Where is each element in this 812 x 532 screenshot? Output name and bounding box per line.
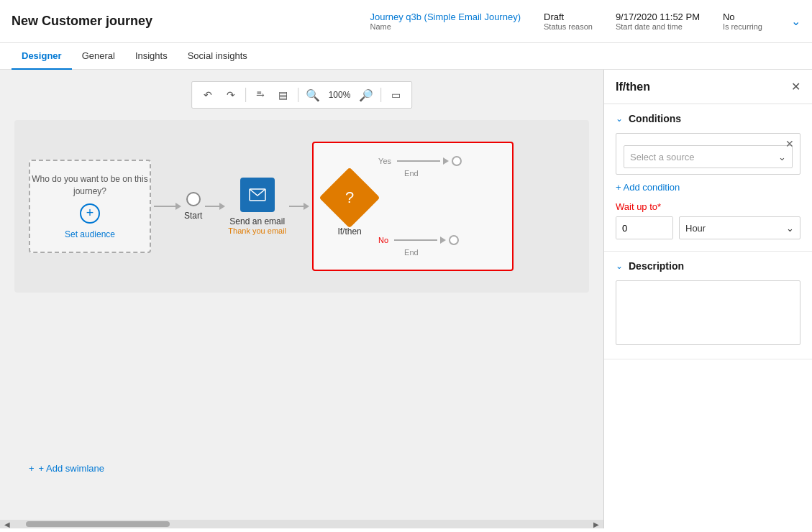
start-node[interactable]	[186, 192, 201, 206]
connector-3	[289, 203, 309, 210]
description-body	[604, 280, 812, 359]
swimlane: Who do you want to be on this journey? +…	[14, 120, 589, 293]
question-icon: ?	[345, 188, 354, 207]
yes-line	[397, 160, 440, 162]
conditions-body: ✕ Select a source ⌄ + Add condition Wait…	[604, 133, 812, 251]
add-swimlane-button[interactable]: + + Add swimlane	[29, 463, 104, 474]
tab-general[interactable]: General	[72, 43, 125, 70]
start-node-wrapper: Start	[184, 192, 202, 221]
connector-1	[154, 203, 181, 210]
status-reason-field: Draft Status reason	[544, 12, 593, 31]
email-node-wrapper: Send an email Thank you email	[228, 178, 286, 235]
tab-social-insights[interactable]: Social insights	[178, 43, 257, 70]
no-label: No	[378, 236, 388, 244]
tab-designer[interactable]: Designer	[12, 43, 72, 70]
panel-title: If/then	[616, 81, 650, 93]
add-swimlane-label: + Add swimlane	[39, 463, 104, 474]
select-source-placeholder: Select a source	[630, 152, 695, 162]
header-expand-icon[interactable]: ⌄	[791, 14, 800, 28]
email-label: Send an email	[229, 216, 285, 226]
canvas-content: Who do you want to be on this journey? +…	[14, 120, 589, 485]
top-header: New Customer journey Journey q3b (Simple…	[0, 0, 812, 43]
diamond-wrapper: ? If/then	[328, 176, 371, 237]
email-sublabel: Thank you email	[228, 226, 286, 235]
canvas-scrollbar[interactable]: ◀ ▶	[0, 520, 603, 528]
ifthen-label: If/then	[337, 226, 361, 237]
yes-end-label: End	[404, 169, 419, 178]
diamond-node[interactable]: ?	[319, 168, 380, 229]
panel-close-button[interactable]: ✕	[791, 80, 800, 93]
journey-name-label: Name	[370, 22, 391, 31]
description-chevron-icon: ⌄	[616, 261, 623, 271]
wait-unit-chevron-icon: ⌄	[786, 223, 794, 234]
header-meta: Journey q3b (Simple Email Journey) Name …	[370, 12, 800, 31]
select-source-chevron-icon: ⌄	[778, 152, 786, 162]
undo-button[interactable]: ↶	[198, 85, 218, 105]
wait-number-field: ▲ ▼	[616, 216, 673, 239]
no-end-label: End	[404, 248, 419, 257]
start-label: Start	[184, 211, 202, 221]
ifthen-container[interactable]: ? If/then Yes	[312, 142, 514, 271]
is-recurring-label: Is recurring	[723, 22, 762, 31]
tab-insights[interactable]: Insights	[125, 43, 178, 70]
expand-button[interactable]: ⥱	[250, 85, 270, 105]
description-textarea[interactable]	[616, 280, 800, 345]
is-recurring-value: No	[723, 12, 735, 22]
yes-branch-row: Yes	[378, 156, 462, 166]
email-node[interactable]	[240, 178, 275, 212]
yes-end-node	[452, 156, 462, 166]
no-branch-row: No	[378, 235, 459, 245]
condition-box: ✕ Select a source ⌄	[616, 133, 800, 175]
journey-name-field: Journey q3b (Simple Email Journey) Name	[370, 12, 521, 31]
zoom-level: 100%	[326, 90, 354, 100]
main-layout: ↶ ↷ ⥱ ▤ 🔍 100% 🔎 ▭ Who do you want to be…	[0, 70, 812, 528]
wait-unit-value: Hour	[685, 223, 706, 234]
select-source-dropdown[interactable]: Select a source ⌄	[624, 145, 793, 168]
toolbar-divider-3	[380, 88, 381, 102]
page-title: New Customer journey	[12, 14, 152, 29]
set-audience-plus-icon[interactable]: +	[80, 203, 100, 224]
start-date-label: Start date and time	[616, 22, 683, 31]
scroll-left-arrow[interactable]: ◀	[3, 520, 12, 528]
set-audience-box[interactable]: Who do you want to be on this journey? +…	[29, 160, 151, 253]
no-end-node	[449, 235, 459, 245]
toolbar-divider-1	[245, 88, 246, 102]
wait-unit-dropdown[interactable]: Hour ⌄	[679, 216, 800, 239]
set-audience-text: Who do you want to be on this journey?	[30, 173, 150, 198]
journey-name-value: Journey q3b (Simple Email Journey)	[370, 12, 521, 22]
conditions-chevron-icon: ⌄	[616, 114, 623, 124]
right-panel: If/then ✕ ⌄ Conditions ✕ Select a source…	[603, 70, 812, 528]
panel-header: If/then ✕	[604, 70, 812, 104]
scrollbar-thumb[interactable]	[26, 521, 170, 527]
status-reason-value: Draft	[544, 12, 564, 22]
conditions-title: Conditions	[629, 113, 681, 124]
redo-button[interactable]: ↷	[221, 85, 241, 105]
add-swimlane-icon: +	[29, 463, 35, 474]
connector-2	[205, 203, 225, 210]
nav-tabs: Designer General Insights Social insight…	[0, 43, 812, 70]
wait-label: Wait up to*	[616, 201, 800, 212]
yes-label: Yes	[378, 157, 391, 165]
conditions-section: ⌄ Conditions ✕ Select a source ⌄ + Add c…	[604, 104, 812, 252]
ifthen-branches: Yes End No	[378, 156, 498, 257]
status-reason-label: Status reason	[544, 22, 593, 31]
zoom-in-button[interactable]: 🔎	[356, 85, 376, 105]
zoom-out-button[interactable]: 🔍	[303, 85, 323, 105]
canvas-toolbar: ↶ ↷ ⥱ ▤ 🔍 100% 🔎 ▭	[191, 81, 413, 109]
toolbar-divider-2	[298, 88, 298, 102]
wait-inputs: ▲ ▼ Hour ⌄	[616, 216, 800, 239]
start-date-field: 9/17/2020 11:52 PM Start date and time	[616, 12, 700, 31]
description-section: ⌄ Description	[604, 252, 812, 359]
add-condition-link[interactable]: + Add condition	[616, 182, 680, 193]
grid-button[interactable]: ▤	[273, 85, 293, 105]
no-line	[394, 239, 437, 241]
is-recurring-field: No Is recurring	[723, 12, 762, 31]
set-audience-link[interactable]: Set audience	[65, 229, 115, 239]
description-header[interactable]: ⌄ Description	[604, 252, 812, 280]
fit-button[interactable]: ▭	[386, 85, 406, 105]
wait-number-input[interactable]	[616, 217, 673, 239]
condition-close-button[interactable]: ✕	[785, 138, 794, 150]
conditions-header[interactable]: ⌄ Conditions	[604, 104, 812, 133]
wait-required-star: *	[657, 201, 661, 212]
scroll-right-arrow[interactable]: ▶	[592, 520, 601, 528]
